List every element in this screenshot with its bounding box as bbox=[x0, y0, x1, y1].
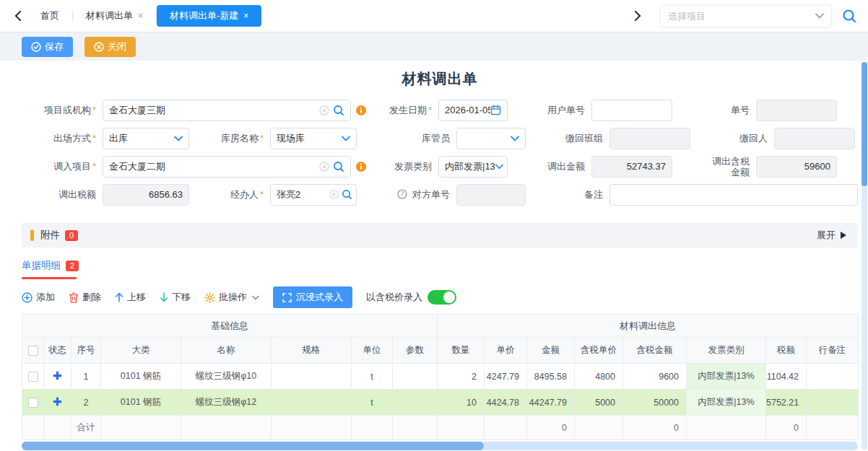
row-select-cell bbox=[22, 364, 44, 390]
vertical-scrollbar-thumb[interactable] bbox=[862, 62, 867, 186]
tab-close-icon[interactable]: × bbox=[138, 11, 143, 21]
horizontal-scrollbar-thumb[interactable] bbox=[22, 442, 484, 450]
row-status-cell[interactable] bbox=[44, 390, 71, 416]
cell-tax[interactable]: 1104.42 bbox=[766, 364, 807, 390]
close-button[interactable]: 关闭 bbox=[84, 37, 136, 57]
clear-icon[interactable] bbox=[329, 190, 339, 199]
cell-amount[interactable]: 44247.79 bbox=[527, 390, 575, 416]
warehouse-select[interactable]: 现场库 bbox=[270, 128, 357, 149]
expand-button[interactable]: 展开 bbox=[817, 229, 846, 242]
out-method-select[interactable]: 出库 bbox=[103, 128, 189, 149]
total-tax-amount-cell: 0 bbox=[623, 416, 687, 440]
delete-row-button[interactable]: 删除 bbox=[69, 291, 101, 304]
total-empty-cell bbox=[22, 416, 44, 440]
project-selector[interactable] bbox=[660, 4, 832, 27]
save-button[interactable]: 保存 bbox=[22, 37, 73, 57]
immersive-entry-button[interactable]: 沉浸式录入 bbox=[273, 286, 352, 308]
cell-tax-amount[interactable]: 50000 bbox=[623, 390, 687, 416]
cell-invoice-type[interactable]: 内部发票|13% bbox=[687, 390, 766, 416]
cell-price[interactable]: 4424.78 bbox=[485, 390, 527, 416]
cell-row-remark[interactable] bbox=[807, 364, 859, 390]
tax-price-toggle[interactable] bbox=[428, 290, 456, 305]
cell-spec[interactable] bbox=[272, 390, 352, 416]
keeper-label: 库管员 bbox=[369, 132, 456, 145]
search-icon[interactable] bbox=[333, 105, 344, 116]
help-icon[interactable]: ? bbox=[397, 189, 407, 199]
col-seq: 序号 bbox=[71, 338, 101, 364]
project-selector-input[interactable] bbox=[668, 11, 815, 22]
vertical-scrollbar[interactable] bbox=[862, 62, 867, 450]
tab-close-icon[interactable]: × bbox=[243, 11, 248, 21]
cell-name[interactable]: 螺纹三级钢φ10 bbox=[181, 364, 272, 390]
out-amount-tax-value: 59600 bbox=[763, 161, 830, 172]
cell-tax-price[interactable]: 5000 bbox=[575, 390, 623, 416]
in-project-field[interactable]: 金石大厦二期 bbox=[103, 156, 351, 178]
cell-tax-price[interactable]: 4800 bbox=[575, 364, 623, 390]
search-icon[interactable] bbox=[333, 161, 344, 172]
cell-tax[interactable]: 5752.21 bbox=[766, 390, 807, 416]
cell-qty[interactable]: 2 bbox=[438, 364, 485, 390]
cell-category[interactable]: 0101 钢筋 bbox=[101, 390, 181, 416]
select-all-checkbox[interactable] bbox=[28, 346, 38, 356]
cell-row-remark[interactable] bbox=[807, 390, 859, 416]
search-icon[interactable] bbox=[342, 189, 352, 200]
handler-field[interactable]: 张亮2 bbox=[270, 184, 357, 206]
expand-plus-icon[interactable] bbox=[53, 397, 62, 406]
row-checkbox[interactable] bbox=[28, 372, 38, 382]
tab-home[interactable]: 首页 bbox=[27, 5, 72, 27]
invoice-type-label: 发票类别 bbox=[367, 160, 438, 173]
cell-param[interactable] bbox=[393, 390, 438, 416]
cell-param[interactable] bbox=[393, 364, 438, 390]
active-tab-underline bbox=[22, 277, 77, 279]
tab-material-transfer-new[interactable]: 材料调出单-新建 × bbox=[157, 5, 261, 27]
col-category: 大类 bbox=[101, 338, 181, 364]
clear-icon[interactable] bbox=[319, 105, 329, 115]
chevron-down-icon bbox=[342, 136, 350, 141]
cell-seq[interactable]: 2 bbox=[71, 390, 101, 416]
out-amount-tax-field: 59600 bbox=[756, 156, 837, 178]
move-down-button[interactable]: 下移 bbox=[160, 291, 191, 304]
add-row-button[interactable]: 添加 bbox=[22, 291, 55, 304]
cell-unit[interactable]: t bbox=[352, 390, 393, 416]
chevron-down-icon[interactable] bbox=[815, 13, 824, 19]
occur-date-label: 发生日期 bbox=[367, 104, 438, 117]
tabs-scroll-right-icon[interactable] bbox=[628, 6, 647, 25]
move-up-button[interactable]: 上移 bbox=[115, 291, 146, 304]
horizontal-scrollbar[interactable] bbox=[22, 442, 858, 450]
keeper-select[interactable] bbox=[456, 128, 526, 149]
out-amount-field: 52743.37 bbox=[591, 156, 672, 178]
invoice-type-select[interactable]: 内部发票|13% bbox=[438, 156, 508, 178]
cell-tax-amount[interactable]: 9600 bbox=[623, 364, 687, 390]
project-org-field[interactable]: 金石大厦三期 bbox=[103, 100, 351, 121]
out-tax-label: 调出税额 bbox=[22, 188, 103, 201]
tabs-scroll-left-icon[interactable] bbox=[9, 6, 27, 25]
user-order-no-field[interactable] bbox=[591, 100, 672, 121]
batch-operations-button[interactable]: 批操作 bbox=[204, 291, 259, 304]
row-checkbox[interactable] bbox=[28, 398, 38, 408]
cell-price[interactable]: 4247.79 bbox=[485, 364, 527, 390]
immersive-entry-label: 沉浸式录入 bbox=[296, 291, 343, 304]
occur-date-field[interactable]: 2026-01-05 bbox=[438, 100, 508, 121]
tax-price-toggle-label: 以含税价录入 bbox=[366, 291, 422, 304]
tab-material-transfer-list[interactable]: 材料调出单 × bbox=[73, 5, 156, 27]
calendar-icon[interactable] bbox=[490, 105, 501, 115]
tab-detail-lines[interactable]: 单据明细 2 bbox=[22, 259, 79, 277]
global-search-icon[interactable] bbox=[842, 9, 856, 23]
info-icon[interactable] bbox=[355, 161, 367, 172]
warehouse-value: 现场库 bbox=[277, 132, 342, 145]
info-icon[interactable] bbox=[355, 105, 367, 116]
cell-unit[interactable]: t bbox=[352, 364, 393, 390]
clear-icon[interactable] bbox=[319, 162, 329, 172]
cell-seq[interactable]: 1 bbox=[71, 364, 101, 390]
attachments-bar[interactable]: 附件 0 展开 bbox=[22, 223, 858, 248]
cell-amount[interactable]: 8495.58 bbox=[527, 364, 575, 390]
cell-spec[interactable] bbox=[272, 364, 352, 390]
cell-category[interactable]: 0101 钢筋 bbox=[101, 364, 181, 390]
expand-plus-icon[interactable] bbox=[53, 371, 62, 380]
cell-name[interactable]: 螺纹三级钢φ12 bbox=[181, 390, 272, 416]
cell-qty[interactable]: 10 bbox=[438, 390, 485, 416]
remark-field[interactable] bbox=[609, 184, 858, 206]
row-status-cell[interactable] bbox=[44, 364, 71, 390]
col-row-remark: 行备注 bbox=[807, 338, 859, 364]
cell-invoice-type[interactable]: 内部发票|13% bbox=[687, 364, 766, 390]
